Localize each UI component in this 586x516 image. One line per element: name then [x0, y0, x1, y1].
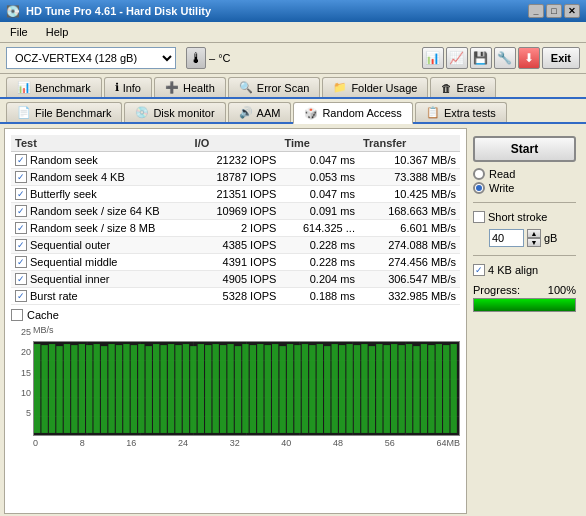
divider-1 [473, 202, 576, 203]
chart-area [33, 341, 460, 436]
svg-rect-12 [41, 345, 47, 433]
row-checkbox-7[interactable]: ✓ [15, 273, 27, 285]
random-access-icon: 🎲 [304, 107, 318, 120]
progress-bar-bg [473, 298, 576, 312]
svg-rect-60 [398, 345, 404, 433]
align-checkbox[interactable]: ✓ [473, 264, 485, 276]
title-bar: 💽 HD Tune Pro 4.61 - Hard Disk Utility _… [0, 0, 586, 22]
exit-button[interactable]: Exit [542, 47, 580, 69]
svg-rect-43 [272, 344, 278, 433]
disk-monitor-icon: 💿 [135, 106, 149, 119]
cache-row: Cache [11, 309, 460, 321]
spin-down-button[interactable]: ▼ [527, 238, 541, 247]
icon-btn-1[interactable]: 📊 [422, 47, 444, 69]
tabs-row: 📊 Benchmark ℹ Info ➕ Health 🔍 Error Scan… [0, 74, 586, 99]
window-title: HD Tune Pro 4.61 - Hard Disk Utility [26, 5, 211, 17]
gb-spinbox[interactable]: 40 [489, 229, 524, 247]
divider-2 [473, 255, 576, 256]
row-checkbox-0[interactable]: ✓ [15, 154, 27, 166]
row-checkbox-2[interactable]: ✓ [15, 188, 27, 200]
table-row: ✓ Burst rate 5328 IOPS 0.188 ms 332.985 … [11, 288, 460, 305]
short-stroke-checkbox[interactable] [473, 211, 485, 223]
spin-up-button[interactable]: ▲ [527, 229, 541, 238]
col-header-time: Time [280, 135, 359, 152]
icon-btn-5[interactable]: ⬇ [518, 47, 540, 69]
rw-radio-group: Read Write [473, 168, 576, 194]
temp-display: 🌡 – °C [186, 47, 231, 69]
svg-rect-35 [213, 344, 219, 433]
write-radio[interactable] [473, 182, 485, 194]
minimize-button[interactable]: _ [528, 4, 544, 18]
row-checkbox-4[interactable]: ✓ [15, 222, 27, 234]
icon-btn-4[interactable]: 🔧 [494, 47, 516, 69]
svg-rect-63 [421, 344, 427, 433]
gb-row: 40 ▲ ▼ gB [489, 229, 576, 247]
write-radio-item[interactable]: Write [473, 182, 576, 194]
tab-info[interactable]: ℹ Info [104, 77, 152, 97]
read-radio[interactable] [473, 168, 485, 180]
row-checkbox-3[interactable]: ✓ [15, 205, 27, 217]
col-header-test: Test [11, 135, 191, 152]
tab-error-scan[interactable]: 🔍 Error Scan [228, 77, 321, 97]
maximize-button[interactable]: □ [546, 4, 562, 18]
device-select[interactable]: OCZ-VERTEX4 (128 gB) [6, 47, 176, 69]
toolbar-icons: 📊 📈 💾 🔧 ⬇ Exit [422, 47, 580, 69]
col-header-io: I/O [191, 135, 281, 152]
subtab-extra-tests[interactable]: 📋 Extra tests [415, 102, 507, 122]
chart-xlabel: 0 8 16 24 32 40 48 56 64MB [33, 437, 460, 449]
error-scan-icon: 🔍 [239, 81, 253, 94]
table-row: ✓ Random seek / size 8 MB 2 IOPS 614.325… [11, 220, 460, 237]
svg-rect-52 [339, 345, 345, 433]
row-checkbox-6[interactable]: ✓ [15, 256, 27, 268]
close-button[interactable]: ✕ [564, 4, 580, 18]
start-button[interactable]: Start [473, 136, 576, 162]
icon-btn-2[interactable]: 📈 [446, 47, 468, 69]
svg-rect-61 [406, 344, 412, 433]
cache-label: Cache [27, 309, 59, 321]
subtab-disk-monitor[interactable]: 💿 Disk monitor [124, 102, 225, 122]
svg-rect-58 [384, 345, 390, 433]
row-checkbox-5[interactable]: ✓ [15, 239, 27, 251]
chart-yaxis: 25 20 15 10 5 [11, 325, 31, 420]
svg-rect-23 [123, 344, 129, 433]
icon-btn-3[interactable]: 💾 [470, 47, 492, 69]
svg-rect-56 [369, 346, 375, 433]
svg-rect-64 [428, 345, 434, 433]
temperature-icon: 🌡 [186, 47, 206, 69]
menu-file[interactable]: File [6, 24, 32, 40]
svg-rect-15 [64, 344, 70, 433]
tab-erase[interactable]: 🗑 Erase [430, 77, 496, 97]
tab-health[interactable]: ➕ Health [154, 77, 226, 97]
svg-rect-25 [138, 344, 144, 433]
folder-icon: 📁 [333, 81, 347, 94]
menu-help[interactable]: Help [42, 24, 73, 40]
svg-rect-27 [153, 344, 159, 433]
svg-rect-50 [324, 346, 330, 433]
cache-checkbox[interactable] [11, 309, 23, 321]
svg-rect-66 [443, 345, 449, 433]
row-checkbox-1[interactable]: ✓ [15, 171, 27, 183]
svg-rect-37 [227, 344, 233, 433]
progress-label: Progress: 100% [473, 284, 576, 296]
read-radio-item[interactable]: Read [473, 168, 576, 180]
table-row: ✓ Sequential middle 4391 IOPS 0.228 ms 2… [11, 254, 460, 271]
svg-rect-34 [205, 345, 211, 433]
tab-folder-usage[interactable]: 📁 Folder Usage [322, 77, 428, 97]
gb-value: 40 [492, 232, 504, 244]
tab-benchmark[interactable]: 📊 Benchmark [6, 77, 102, 97]
title-bar-left: 💽 HD Tune Pro 4.61 - Hard Disk Utility [6, 5, 211, 18]
svg-rect-36 [220, 345, 226, 433]
subtab-random-access[interactable]: 🎲 Random Access [293, 102, 412, 124]
progress-text: Progress: [473, 284, 520, 296]
info-icon: ℹ [115, 81, 119, 94]
subtab-aam[interactable]: 🔊 AAM [228, 102, 292, 122]
align-row: ✓ 4 KB align [473, 264, 576, 276]
main-content: Test I/O Time Transfer ✓ Random seek 212… [0, 124, 586, 516]
col-header-transfer: Transfer [359, 135, 460, 152]
svg-rect-41 [257, 344, 263, 433]
svg-rect-57 [376, 344, 382, 433]
subtab-file-benchmark[interactable]: 📄 File Benchmark [6, 102, 122, 122]
write-label: Write [489, 182, 514, 194]
row-checkbox-8[interactable]: ✓ [15, 290, 27, 302]
table-row: ✓ Sequential inner 4905 IOPS 0.204 ms 30… [11, 271, 460, 288]
